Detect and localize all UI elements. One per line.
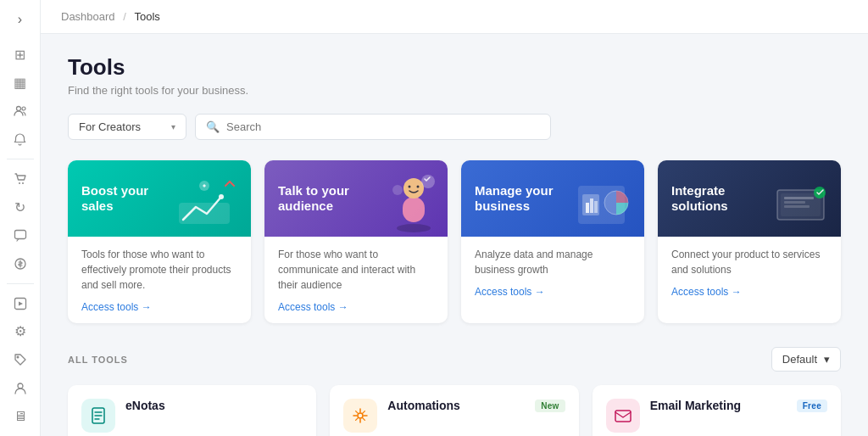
sidebar-icon-tag[interactable] — [7, 348, 34, 372]
category-card-manage: Manage yourbusiness Analyze data and man… — [461, 160, 644, 323]
enotas-icon — [81, 399, 115, 433]
page-title: Tools — [68, 54, 841, 81]
access-link-integrate[interactable]: Access tools → — [671, 286, 827, 298]
breadcrumb-separator: / — [123, 10, 126, 23]
access-link-boost[interactable]: Access tools → — [81, 301, 237, 313]
search-box: 🔍 — [195, 114, 551, 140]
sort-chevron-icon: ▾ — [824, 353, 830, 366]
svg-rect-29 — [784, 205, 810, 208]
enotas-info: eNotas — [125, 399, 303, 416]
email-marketing-icon — [606, 399, 640, 433]
sidebar-icon-gear[interactable]: ⚙ — [7, 319, 34, 344]
sort-label: Default — [782, 353, 817, 366]
category-card-integrate-header: Integratesolutions — [658, 160, 841, 237]
main-content: Dashboard / Tools Tools Find the right t… — [41, 0, 868, 436]
svg-rect-21 — [586, 203, 589, 213]
svg-point-8 — [18, 383, 23, 388]
svg-point-32 — [358, 413, 363, 418]
svg-rect-4 — [14, 230, 25, 238]
breadcrumb: Dashboard / Tools — [61, 10, 160, 23]
svg-point-2 — [19, 182, 20, 184]
svg-rect-33 — [615, 411, 631, 422]
automations-icon — [343, 399, 377, 433]
category-card-talk-header: Talk to youraudience — [264, 160, 448, 237]
sidebar-icon-cart[interactable] — [7, 166, 34, 191]
all-tools-label: ALL TOOLS — [68, 355, 128, 365]
category-card-boost-header: Boost yoursales — [68, 160, 251, 237]
sidebar-icon-refresh[interactable]: ↻ — [7, 195, 34, 220]
breadcrumb-current: Tools — [134, 10, 159, 23]
filters-row: For Creators ▾ 🔍 — [68, 114, 841, 140]
sidebar-divider-2 — [7, 283, 34, 284]
sidebar-icon-home[interactable]: ⊞ — [7, 42, 34, 66]
svg-rect-23 — [594, 201, 598, 213]
category-filter[interactable]: For Creators ▾ — [68, 114, 186, 140]
sidebar-icon-user-group[interactable] — [7, 376, 34, 400]
svg-point-3 — [22, 182, 24, 184]
tool-card-automations: Automations New Organize and automate di… — [330, 385, 578, 436]
tool-card-email-header: Email Marketing Free — [606, 399, 827, 433]
enotas-name-row: eNotas — [125, 399, 303, 412]
search-input[interactable] — [226, 120, 540, 133]
category-boost-title: Boost yoursales — [81, 183, 148, 214]
category-manage-desc: Analyze data and manage business growth — [475, 247, 631, 277]
svg-point-12 — [397, 224, 431, 232]
category-integrate-desc: Connect your product to services and sol… — [671, 247, 827, 277]
email-marketing-badge: Free — [797, 400, 827, 412]
category-integrate-title: Integratesolutions — [671, 183, 728, 214]
tool-card-automations-header: Automations New — [343, 399, 565, 433]
category-filter-label: For Creators — [79, 120, 141, 133]
category-card-manage-header: Manage yourbusiness — [461, 160, 644, 237]
chevron-down-icon: ▾ — [171, 122, 175, 131]
svg-point-15 — [409, 186, 411, 188]
category-card-boost-body: Tools for those who want to effectively … — [68, 237, 251, 323]
sidebar-toggle[interactable]: › — [7, 7, 34, 31]
automations-badge: New — [535, 400, 565, 412]
sidebar-divider — [7, 159, 34, 159]
svg-rect-13 — [403, 197, 425, 222]
tools-grid: eNotas Issue invoices automatically for … — [68, 385, 841, 436]
sidebar-icon-people[interactable] — [7, 98, 34, 123]
category-boost-desc: Tools for those who want to effectively … — [81, 247, 237, 293]
svg-point-1 — [22, 107, 25, 110]
category-card-boost: Boost yoursales Tools for those who want… — [68, 160, 251, 323]
category-talk-title: Talk to youraudience — [278, 183, 349, 214]
category-card-talk: Talk to youraudience For those wh — [264, 160, 448, 323]
email-marketing-info: Email Marketing Free — [650, 399, 827, 416]
category-manage-title: Manage yourbusiness — [475, 183, 554, 214]
category-card-manage-body: Analyze data and manage business growth … — [461, 237, 644, 308]
sidebar: › ⊞ ▦ ↻ — [0, 0, 41, 436]
access-link-manage[interactable]: Access tools → — [475, 286, 631, 298]
content-area: Tools Find the right tools for your busi… — [41, 34, 868, 436]
sidebar-icon-bell[interactable] — [7, 127, 34, 152]
svg-point-16 — [417, 186, 420, 188]
access-link-talk[interactable]: Access tools → — [278, 301, 434, 313]
sort-dropdown[interactable]: Default ▾ — [771, 347, 841, 372]
category-card-integrate: Integratesolutions Connect your product … — [658, 160, 841, 323]
all-tools-section-header: ALL TOOLS Default ▾ — [68, 347, 841, 372]
sidebar-icon-monitor[interactable]: 🖥 — [7, 405, 34, 429]
svg-rect-28 — [784, 201, 805, 204]
chevron-right-icon: › — [18, 12, 22, 27]
svg-point-14 — [403, 178, 424, 198]
category-talk-desc: For those who want to communicate and in… — [278, 247, 434, 293]
automations-name: Automations — [387, 399, 460, 412]
sidebar-icon-dollar[interactable] — [7, 251, 34, 276]
category-card-integrate-body: Connect your product to services and sol… — [658, 237, 841, 308]
enotas-name: eNotas — [125, 399, 165, 412]
topnav: Dashboard / Tools — [41, 0, 868, 34]
tool-card-enotas-header: eNotas — [81, 399, 303, 433]
page-subtitle: Find the right tools for your business. — [68, 84, 841, 97]
automations-info: Automations New — [387, 399, 565, 416]
svg-point-18 — [392, 185, 403, 195]
sidebar-icon-grid[interactable]: ▦ — [7, 70, 34, 95]
sidebar-icon-chat[interactable] — [7, 223, 34, 248]
category-grid: Boost yoursales Tools for those who want… — [68, 160, 841, 323]
sidebar-icon-play[interactable] — [7, 291, 34, 316]
automations-name-row: Automations New — [387, 399, 565, 412]
svg-point-0 — [16, 107, 20, 111]
search-icon: 🔍 — [206, 120, 220, 133]
tool-card-enotas: eNotas Issue invoices automatically for … — [68, 385, 316, 436]
svg-rect-27 — [784, 197, 814, 199]
breadcrumb-parent[interactable]: Dashboard — [61, 10, 115, 23]
